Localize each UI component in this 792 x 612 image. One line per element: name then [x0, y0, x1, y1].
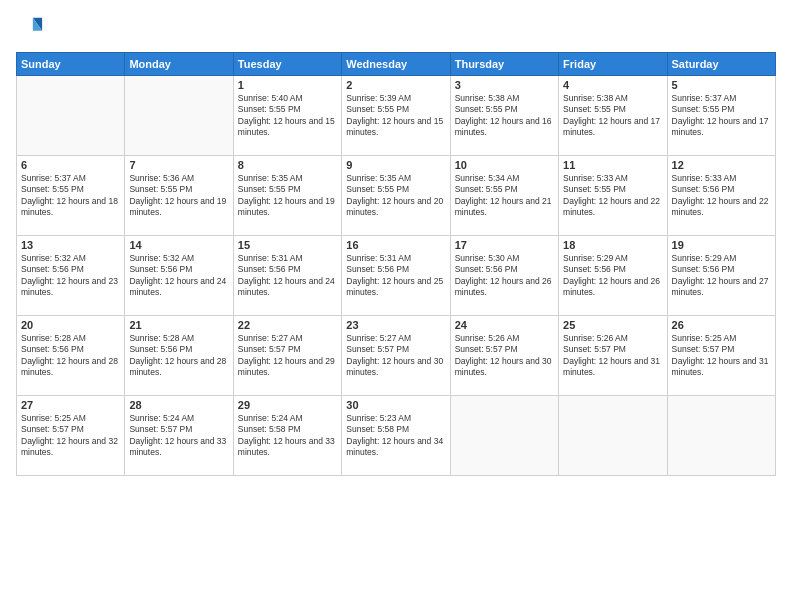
calendar-cell: 6Sunrise: 5:37 AMSunset: 5:55 PMDaylight… [17, 156, 125, 236]
day-info: Sunrise: 5:35 AMSunset: 5:55 PMDaylight:… [346, 173, 445, 219]
calendar-cell: 18Sunrise: 5:29 AMSunset: 5:56 PMDayligh… [559, 236, 667, 316]
day-number: 29 [238, 399, 337, 411]
week-row-3: 13Sunrise: 5:32 AMSunset: 5:56 PMDayligh… [17, 236, 776, 316]
calendar-table: SundayMondayTuesdayWednesdayThursdayFrid… [16, 52, 776, 476]
day-number: 23 [346, 319, 445, 331]
calendar-cell: 26Sunrise: 5:25 AMSunset: 5:57 PMDayligh… [667, 316, 775, 396]
day-number: 26 [672, 319, 771, 331]
day-number: 9 [346, 159, 445, 171]
day-info: Sunrise: 5:23 AMSunset: 5:58 PMDaylight:… [346, 413, 445, 459]
day-info: Sunrise: 5:25 AMSunset: 5:57 PMDaylight:… [672, 333, 771, 379]
week-row-2: 6Sunrise: 5:37 AMSunset: 5:55 PMDaylight… [17, 156, 776, 236]
day-info: Sunrise: 5:25 AMSunset: 5:57 PMDaylight:… [21, 413, 120, 459]
weekday-header-thursday: Thursday [450, 53, 558, 76]
day-info: Sunrise: 5:37 AMSunset: 5:55 PMDaylight:… [21, 173, 120, 219]
day-info: Sunrise: 5:27 AMSunset: 5:57 PMDaylight:… [346, 333, 445, 379]
page: SundayMondayTuesdayWednesdayThursdayFrid… [0, 0, 792, 612]
day-info: Sunrise: 5:31 AMSunset: 5:56 PMDaylight:… [238, 253, 337, 299]
day-info: Sunrise: 5:39 AMSunset: 5:55 PMDaylight:… [346, 93, 445, 139]
day-number: 27 [21, 399, 120, 411]
header [16, 14, 776, 42]
calendar-cell: 22Sunrise: 5:27 AMSunset: 5:57 PMDayligh… [233, 316, 341, 396]
day-info: Sunrise: 5:33 AMSunset: 5:56 PMDaylight:… [672, 173, 771, 219]
day-number: 22 [238, 319, 337, 331]
week-row-1: 1Sunrise: 5:40 AMSunset: 5:55 PMDaylight… [17, 76, 776, 156]
day-number: 14 [129, 239, 228, 251]
weekday-header-friday: Friday [559, 53, 667, 76]
calendar-cell: 15Sunrise: 5:31 AMSunset: 5:56 PMDayligh… [233, 236, 341, 316]
calendar-cell: 28Sunrise: 5:24 AMSunset: 5:57 PMDayligh… [125, 396, 233, 476]
weekday-header-monday: Monday [125, 53, 233, 76]
day-info: Sunrise: 5:24 AMSunset: 5:57 PMDaylight:… [129, 413, 228, 459]
calendar-cell: 19Sunrise: 5:29 AMSunset: 5:56 PMDayligh… [667, 236, 775, 316]
day-info: Sunrise: 5:33 AMSunset: 5:55 PMDaylight:… [563, 173, 662, 219]
calendar-cell: 7Sunrise: 5:36 AMSunset: 5:55 PMDaylight… [125, 156, 233, 236]
day-info: Sunrise: 5:36 AMSunset: 5:55 PMDaylight:… [129, 173, 228, 219]
calendar-cell: 20Sunrise: 5:28 AMSunset: 5:56 PMDayligh… [17, 316, 125, 396]
day-number: 20 [21, 319, 120, 331]
week-row-5: 27Sunrise: 5:25 AMSunset: 5:57 PMDayligh… [17, 396, 776, 476]
day-info: Sunrise: 5:30 AMSunset: 5:56 PMDaylight:… [455, 253, 554, 299]
weekday-header-sunday: Sunday [17, 53, 125, 76]
logo [16, 14, 48, 42]
calendar-cell: 4Sunrise: 5:38 AMSunset: 5:55 PMDaylight… [559, 76, 667, 156]
day-number: 11 [563, 159, 662, 171]
calendar-cell: 24Sunrise: 5:26 AMSunset: 5:57 PMDayligh… [450, 316, 558, 396]
weekday-header-saturday: Saturday [667, 53, 775, 76]
day-info: Sunrise: 5:35 AMSunset: 5:55 PMDaylight:… [238, 173, 337, 219]
calendar-cell [17, 76, 125, 156]
day-number: 19 [672, 239, 771, 251]
day-info: Sunrise: 5:26 AMSunset: 5:57 PMDaylight:… [455, 333, 554, 379]
calendar-cell: 8Sunrise: 5:35 AMSunset: 5:55 PMDaylight… [233, 156, 341, 236]
calendar-cell: 2Sunrise: 5:39 AMSunset: 5:55 PMDaylight… [342, 76, 450, 156]
calendar-cell [667, 396, 775, 476]
day-info: Sunrise: 5:38 AMSunset: 5:55 PMDaylight:… [455, 93, 554, 139]
day-number: 17 [455, 239, 554, 251]
day-number: 12 [672, 159, 771, 171]
calendar-cell: 9Sunrise: 5:35 AMSunset: 5:55 PMDaylight… [342, 156, 450, 236]
day-number: 4 [563, 79, 662, 91]
day-info: Sunrise: 5:27 AMSunset: 5:57 PMDaylight:… [238, 333, 337, 379]
day-info: Sunrise: 5:28 AMSunset: 5:56 PMDaylight:… [129, 333, 228, 379]
calendar-cell: 30Sunrise: 5:23 AMSunset: 5:58 PMDayligh… [342, 396, 450, 476]
calendar-cell: 17Sunrise: 5:30 AMSunset: 5:56 PMDayligh… [450, 236, 558, 316]
calendar-cell [125, 76, 233, 156]
day-info: Sunrise: 5:29 AMSunset: 5:56 PMDaylight:… [563, 253, 662, 299]
day-number: 18 [563, 239, 662, 251]
calendar-cell [450, 396, 558, 476]
calendar-cell: 21Sunrise: 5:28 AMSunset: 5:56 PMDayligh… [125, 316, 233, 396]
weekday-header-row: SundayMondayTuesdayWednesdayThursdayFrid… [17, 53, 776, 76]
day-info: Sunrise: 5:26 AMSunset: 5:57 PMDaylight:… [563, 333, 662, 379]
day-number: 16 [346, 239, 445, 251]
week-row-4: 20Sunrise: 5:28 AMSunset: 5:56 PMDayligh… [17, 316, 776, 396]
day-info: Sunrise: 5:34 AMSunset: 5:55 PMDaylight:… [455, 173, 554, 219]
day-number: 21 [129, 319, 228, 331]
calendar-cell: 16Sunrise: 5:31 AMSunset: 5:56 PMDayligh… [342, 236, 450, 316]
calendar-cell: 12Sunrise: 5:33 AMSunset: 5:56 PMDayligh… [667, 156, 775, 236]
calendar-cell: 29Sunrise: 5:24 AMSunset: 5:58 PMDayligh… [233, 396, 341, 476]
calendar-cell: 13Sunrise: 5:32 AMSunset: 5:56 PMDayligh… [17, 236, 125, 316]
logo-icon [16, 14, 44, 42]
day-info: Sunrise: 5:32 AMSunset: 5:56 PMDaylight:… [129, 253, 228, 299]
day-number: 10 [455, 159, 554, 171]
calendar-cell [559, 396, 667, 476]
day-info: Sunrise: 5:40 AMSunset: 5:55 PMDaylight:… [238, 93, 337, 139]
day-number: 30 [346, 399, 445, 411]
day-info: Sunrise: 5:31 AMSunset: 5:56 PMDaylight:… [346, 253, 445, 299]
calendar-cell: 3Sunrise: 5:38 AMSunset: 5:55 PMDaylight… [450, 76, 558, 156]
calendar-cell: 23Sunrise: 5:27 AMSunset: 5:57 PMDayligh… [342, 316, 450, 396]
weekday-header-wednesday: Wednesday [342, 53, 450, 76]
calendar-cell: 25Sunrise: 5:26 AMSunset: 5:57 PMDayligh… [559, 316, 667, 396]
day-number: 3 [455, 79, 554, 91]
day-number: 24 [455, 319, 554, 331]
day-number: 13 [21, 239, 120, 251]
day-info: Sunrise: 5:28 AMSunset: 5:56 PMDaylight:… [21, 333, 120, 379]
day-number: 1 [238, 79, 337, 91]
day-number: 6 [21, 159, 120, 171]
calendar-cell: 14Sunrise: 5:32 AMSunset: 5:56 PMDayligh… [125, 236, 233, 316]
day-number: 25 [563, 319, 662, 331]
calendar-cell: 1Sunrise: 5:40 AMSunset: 5:55 PMDaylight… [233, 76, 341, 156]
weekday-header-tuesday: Tuesday [233, 53, 341, 76]
calendar-cell: 27Sunrise: 5:25 AMSunset: 5:57 PMDayligh… [17, 396, 125, 476]
day-info: Sunrise: 5:32 AMSunset: 5:56 PMDaylight:… [21, 253, 120, 299]
